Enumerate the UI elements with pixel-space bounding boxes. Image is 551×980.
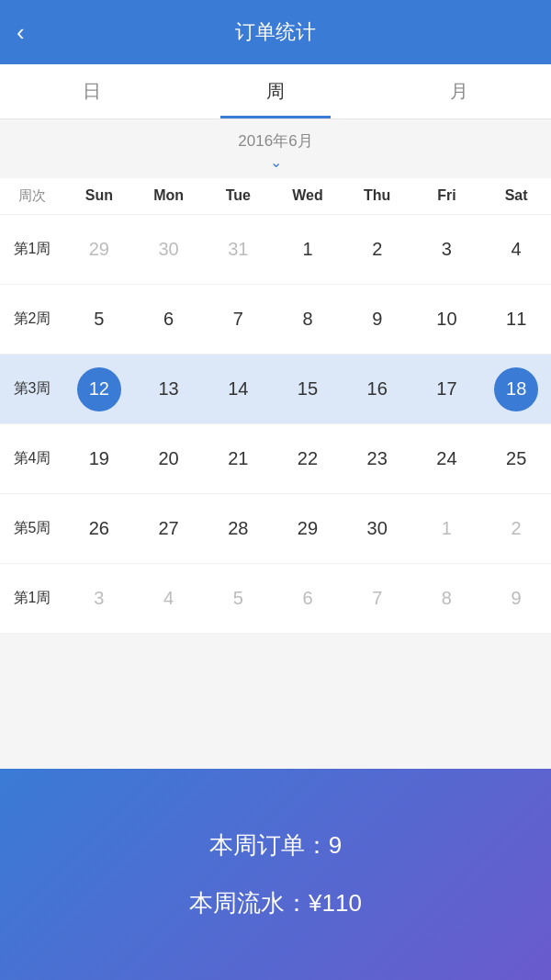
week-number: 第3周	[0, 379, 64, 399]
day-cell[interactable]: 8	[273, 285, 343, 354]
day-cell[interactable]: 13	[134, 355, 204, 423]
week-number: 第1周	[0, 240, 64, 259]
day-cell[interactable]: 20	[134, 424, 204, 493]
revenue-summary: 本周流水：¥110	[189, 887, 362, 919]
header-sun: Sun	[64, 178, 134, 214]
header-mon: Mon	[134, 178, 204, 214]
header-thu: Thu	[343, 178, 412, 214]
tab-week[interactable]: 周	[184, 64, 367, 118]
calendar: 周次 Sun Mon Tue Wed Thu Fri Sat 第1周293031…	[0, 178, 551, 634]
week-number: 第1周	[0, 589, 64, 608]
day-cell[interactable]: 24	[412, 424, 482, 493]
chevron-down-icon[interactable]: ⌄	[270, 153, 282, 171]
page-title: 订单统计	[235, 18, 316, 46]
header-tue: Tue	[203, 178, 273, 214]
calendar-row[interactable]: 第1周3456789	[0, 564, 551, 634]
day-cell[interactable]: 22	[273, 424, 343, 493]
day-cell[interactable]: 30	[134, 215, 204, 284]
tab-month[interactable]: 月	[367, 64, 551, 118]
day-cell[interactable]: 25	[481, 424, 551, 493]
tab-day[interactable]: 日	[0, 64, 184, 118]
day-cell[interactable]: 29	[273, 494, 343, 563]
header-wed: Wed	[273, 178, 343, 214]
day-cell[interactable]: 1	[412, 494, 482, 563]
day-cell[interactable]: 11	[481, 285, 551, 354]
day-cell[interactable]: 5	[203, 564, 273, 633]
day-cell[interactable]: 23	[343, 424, 412, 493]
day-cell[interactable]: 1	[273, 215, 343, 284]
day-cell[interactable]: 29	[64, 215, 134, 284]
calendar-body: 第1周2930311234第2周567891011第3周121314151617…	[0, 215, 551, 634]
day-cell[interactable]: 3	[412, 215, 482, 284]
day-cell[interactable]: 2	[343, 215, 412, 284]
summary-panel: 本周订单：9 本周流水：¥110	[0, 769, 551, 980]
day-cell[interactable]: 6	[273, 564, 343, 633]
day-cell[interactable]: 12	[64, 355, 134, 423]
day-cell[interactable]: 9	[481, 564, 551, 633]
calendar-row[interactable]: 第5周262728293012	[0, 494, 551, 564]
day-cell[interactable]: 31	[203, 215, 273, 284]
calendar-row[interactable]: 第4周19202122232425	[0, 424, 551, 494]
day-cell[interactable]: 18	[481, 355, 551, 423]
header-fri: Fri	[412, 178, 482, 214]
day-cell[interactable]: 8	[412, 564, 482, 633]
header: ‹ 订单统计	[0, 0, 551, 64]
day-cell[interactable]: 9	[343, 285, 412, 354]
calendar-row[interactable]: 第3周12131415161718	[0, 355, 551, 424]
day-cell[interactable]: 15	[273, 355, 343, 423]
day-cell[interactable]: 7	[343, 564, 412, 633]
day-cell[interactable]: 6	[134, 285, 204, 354]
day-cell[interactable]: 14	[203, 355, 273, 423]
day-cell[interactable]: 10	[412, 285, 482, 354]
month-label: 2016年6月	[238, 130, 312, 152]
week-number: 第5周	[0, 519, 64, 538]
day-cell[interactable]: 4	[481, 215, 551, 284]
orders-summary: 本周订单：9	[209, 829, 342, 862]
day-cell[interactable]: 26	[64, 494, 134, 563]
day-cell[interactable]: 7	[203, 285, 273, 354]
month-selector[interactable]: 2016年6月 ⌄	[0, 119, 551, 178]
tabs-bar: 日 周 月	[0, 64, 551, 119]
day-cell[interactable]: 30	[343, 494, 412, 563]
day-cell[interactable]: 17	[412, 355, 482, 423]
day-cell[interactable]: 3	[64, 564, 134, 633]
day-cell[interactable]: 21	[203, 424, 273, 493]
day-cell[interactable]: 2	[481, 494, 551, 563]
day-cell[interactable]: 4	[134, 564, 204, 633]
week-number: 第2周	[0, 310, 64, 329]
header-week-label: 周次	[0, 178, 64, 214]
calendar-row[interactable]: 第1周2930311234	[0, 215, 551, 285]
back-button[interactable]: ‹	[17, 18, 25, 47]
calendar-header: 周次 Sun Mon Tue Wed Thu Fri Sat	[0, 178, 551, 215]
day-cell[interactable]: 28	[203, 494, 273, 563]
week-number: 第4周	[0, 449, 64, 468]
header-sat: Sat	[481, 178, 551, 214]
day-cell[interactable]: 27	[134, 494, 204, 563]
calendar-row[interactable]: 第2周567891011	[0, 285, 551, 355]
day-cell[interactable]: 16	[343, 355, 412, 423]
day-cell[interactable]: 19	[64, 424, 134, 493]
day-cell[interactable]: 5	[64, 285, 134, 354]
